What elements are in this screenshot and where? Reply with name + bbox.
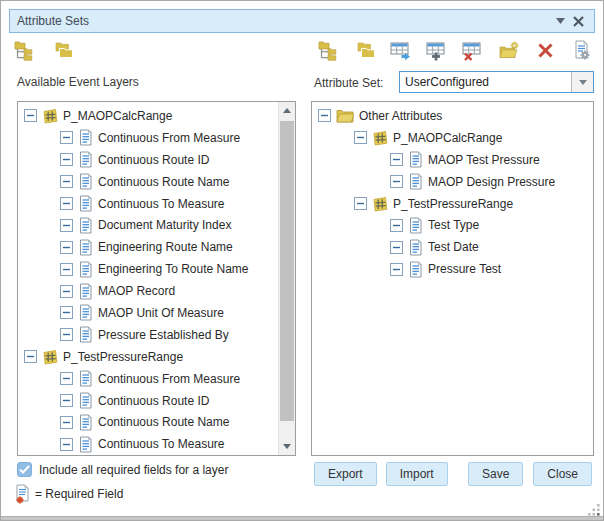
folder-gear-button[interactable] (497, 38, 521, 62)
tree-item-label: Test Date (428, 240, 479, 254)
tree-item[interactable]: MAOP Design Pressure (312, 171, 593, 193)
tree-item[interactable]: Continuous Route Name (18, 411, 278, 433)
import-button[interactable]: Import (386, 462, 448, 486)
required-field-legend: = Required Field (35, 487, 123, 501)
collapse-minus-box-icon[interactable] (60, 153, 73, 166)
field-doc-icon (78, 414, 93, 431)
save-button[interactable]: Save (468, 462, 523, 486)
close-button[interactable]: Close (533, 462, 592, 486)
delete-icon (537, 42, 554, 59)
field-doc-icon (408, 239, 423, 256)
scrollbar-up-button[interactable] (279, 102, 295, 119)
collapse-minus-box-icon[interactable] (24, 109, 37, 122)
collapse-minus-box-icon[interactable] (354, 197, 367, 210)
table-add-button[interactable] (425, 38, 449, 62)
tree-item[interactable]: Continuous Route ID (18, 390, 278, 412)
folders-button[interactable] (353, 38, 377, 62)
tree-item[interactable]: Pressure Test (312, 258, 593, 280)
field-doc-icon (78, 217, 93, 234)
collapse-minus-box-icon[interactable] (390, 263, 403, 276)
collapse-minus-box-icon[interactable] (60, 197, 73, 210)
tree-item[interactable]: MAOP Record (18, 280, 278, 302)
collapse-minus-box-icon[interactable] (318, 109, 331, 122)
tree-item[interactable]: Continuous From Measure (18, 368, 278, 390)
delete-button[interactable] (533, 38, 557, 62)
collapse-minus-box-icon[interactable] (390, 153, 403, 166)
attribute-set-combobox[interactable]: UserConfigured (399, 71, 594, 93)
collapse-minus-box-icon[interactable] (390, 175, 403, 188)
attribute-set-label: Attribute Set: (314, 76, 383, 90)
collapse-minus-box-icon[interactable] (60, 285, 73, 298)
available-layers-tree: P_MAOPCalcRangeContinuous From MeasureCo… (18, 102, 278, 455)
tree-item[interactable]: MAOP Test Pressure (312, 149, 593, 171)
scrollbar-down-button[interactable] (279, 438, 295, 455)
tree-item-label: Continuous Route ID (98, 394, 209, 408)
tree-item-label: MAOP Unit Of Measure (98, 306, 224, 320)
tree-item[interactable]: Pressure Established By (18, 324, 278, 346)
collapse-minus-box-icon[interactable] (60, 416, 73, 429)
include-required-fields-checkbox[interactable] (17, 462, 32, 477)
left-panel-scrollbar[interactable] (278, 102, 295, 455)
collapse-minus-box-icon[interactable] (60, 131, 73, 144)
folder-hierarchy-button[interactable] (317, 38, 341, 62)
collapse-minus-box-icon[interactable] (60, 263, 73, 276)
field-doc-icon (78, 326, 93, 343)
tree-item[interactable]: Continuous To Measure (18, 193, 278, 215)
tree-item-label: Continuous From Measure (98, 131, 240, 145)
tree-item[interactable]: Other Attributes (312, 105, 593, 127)
export-button[interactable]: Export (314, 462, 377, 486)
table-export-button[interactable] (389, 38, 413, 62)
event-layer-icon (372, 130, 388, 146)
window-bottom-edge (1, 516, 603, 520)
folders-button[interactable] (51, 38, 75, 62)
tree-item[interactable]: Test Type (312, 214, 593, 236)
left-toolbar (13, 37, 75, 63)
collapse-minus-box-icon[interactable] (60, 438, 73, 451)
tree-item[interactable]: Test Date (312, 236, 593, 258)
dialog-title: Attribute Sets (17, 14, 551, 28)
collapse-minus-box-icon[interactable] (60, 328, 73, 341)
collapse-minus-box-icon[interactable] (60, 394, 73, 407)
close-icon[interactable] (569, 12, 587, 30)
folders-icon (355, 41, 376, 60)
folder-hierarchy-button[interactable] (13, 38, 37, 62)
collapse-minus-box-icon[interactable] (60, 219, 73, 232)
tree-item[interactable]: P_TestPressureRange (312, 193, 593, 215)
collapse-minus-box-icon[interactable] (390, 219, 403, 232)
collapse-minus-box-icon[interactable] (60, 175, 73, 188)
dialog-titlebar[interactable]: Attribute Sets (9, 9, 595, 33)
tree-item[interactable]: Continuous To Measure (18, 433, 278, 455)
tree-item-label: P_TestPressureRange (393, 197, 513, 211)
collapse-minus-box-icon[interactable] (60, 306, 73, 319)
attribute-set-dropdown-button[interactable] (571, 72, 593, 92)
tree-item[interactable]: Document Maturity Index (18, 214, 278, 236)
collapse-minus-box-icon[interactable] (390, 241, 403, 254)
table-remove-button[interactable] (461, 38, 485, 62)
tree-item[interactable]: Continuous Route Name (18, 171, 278, 193)
tree-item[interactable]: Engineering To Route Name (18, 258, 278, 280)
tree-item-label: Engineering To Route Name (98, 262, 249, 276)
report-gear-icon (572, 40, 591, 61)
folders-icon (53, 41, 74, 60)
tree-item-label: Continuous Route ID (98, 153, 209, 167)
tree-item[interactable]: Continuous Route ID (18, 149, 278, 171)
tree-item[interactable]: MAOP Unit Of Measure (18, 302, 278, 324)
collapse-minus-box-icon[interactable] (24, 350, 37, 363)
tree-item[interactable]: P_MAOPCalcRange (18, 105, 278, 127)
collapse-minus-box-icon[interactable] (60, 372, 73, 385)
collapse-minus-box-icon[interactable] (60, 241, 73, 254)
table-remove-icon (462, 40, 484, 61)
folder-hierarchy-icon (14, 39, 36, 61)
report-gear-button[interactable] (569, 38, 593, 62)
required-field-icon (13, 484, 31, 504)
event-layer-icon (42, 349, 58, 365)
collapse-minus-box-icon[interactable] (354, 131, 367, 144)
tree-item[interactable]: Engineering Route Name (18, 236, 278, 258)
scrollbar-thumb[interactable] (280, 121, 294, 421)
tree-item[interactable]: Continuous From Measure (18, 127, 278, 149)
tree-item-label: Engineering Route Name (98, 240, 233, 254)
collapse-chevron-icon[interactable] (551, 12, 569, 30)
tree-item[interactable]: P_TestPressureRange (18, 346, 278, 368)
tree-item[interactable]: P_MAOPCalcRange (312, 127, 593, 149)
resize-grip[interactable] (588, 502, 600, 514)
